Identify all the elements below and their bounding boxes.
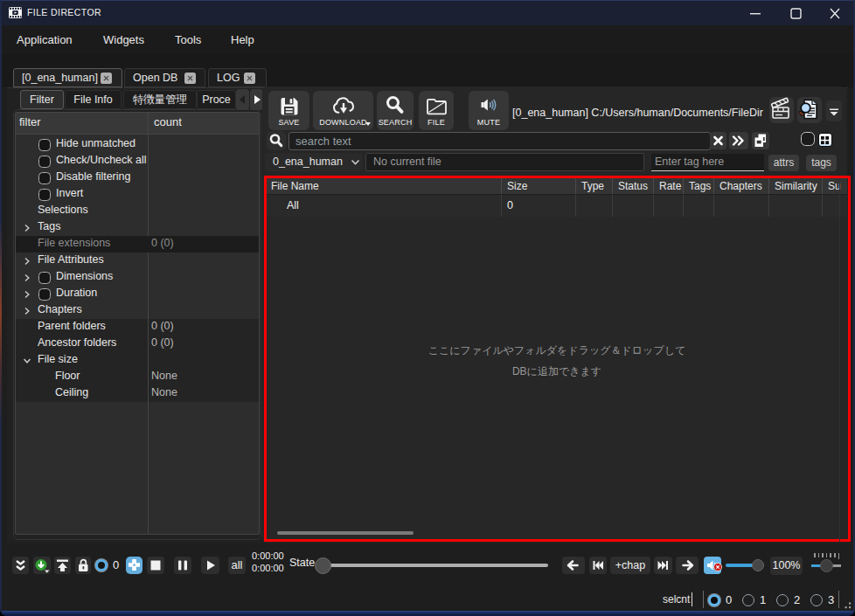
doc-tab-log[interactable]: LOG — [208, 68, 267, 87]
expanded-chevron-icon[interactable] — [23, 356, 31, 365]
tree-row-hide-unmatched[interactable]: Hide unmatched — [16, 136, 259, 153]
resize-grip[interactable] — [841, 599, 852, 610]
tree-row-duration[interactable]: Duration — [16, 286, 259, 302]
collapsed-chevron-icon[interactable] — [23, 307, 31, 315]
tags-button[interactable]: tags — [806, 155, 837, 171]
clapperboard-button[interactable] — [769, 97, 794, 123]
left-tab-filter[interactable]: Filter — [20, 90, 64, 109]
stop-button[interactable] — [147, 557, 164, 574]
column-header-similarity[interactable]: Similarity — [768, 178, 822, 194]
collapse-all-button[interactable] — [12, 557, 29, 574]
volume-slider-track[interactable] — [726, 564, 754, 567]
pause-button[interactable] — [174, 557, 191, 574]
tree-row-chapters[interactable]: Chapters — [16, 302, 259, 319]
loop-indicator-icon[interactable] — [95, 559, 108, 571]
prev-chapter-button[interactable] — [589, 557, 607, 574]
file-inspect-button[interactable] — [797, 97, 822, 123]
duplicate-window-button[interactable] — [752, 132, 769, 149]
tree-row-tags[interactable]: Tags — [16, 219, 259, 236]
collapsed-chevron-icon[interactable] — [23, 290, 31, 299]
selcnt-radio-0[interactable] — [708, 594, 720, 606]
left-tab-file-info[interactable]: File Info — [65, 90, 122, 109]
column-header-type[interactable]: Type — [575, 178, 612, 194]
prev-file-button[interactable] — [562, 557, 585, 574]
play-button[interactable] — [201, 557, 219, 574]
column-header-file-name[interactable]: File Name — [267, 178, 501, 194]
tab-close-icon[interactable] — [101, 73, 112, 84]
search-button[interactable]: SEARCH — [377, 91, 414, 130]
selcnt-radio-1[interactable] — [742, 594, 754, 606]
tree-row-file-size[interactable]: File size — [16, 352, 259, 369]
mute-button[interactable]: MUTE — [469, 91, 509, 130]
tree-row-check-uncheck-all[interactable]: Check/Uncheck all — [16, 153, 259, 170]
zoom-percent-button[interactable]: 100% — [770, 557, 803, 575]
close-button[interactable] — [816, 0, 854, 25]
volume-slider-handle[interactable] — [752, 559, 764, 571]
checkbox-invert[interactable] — [38, 189, 51, 201]
clear-search-button[interactable] — [710, 132, 726, 149]
menu-item-application[interactable]: Application — [17, 25, 73, 54]
download-queue-button[interactable] — [33, 557, 51, 574]
attrs-button[interactable]: attrs — [768, 155, 799, 171]
next-file-button[interactable] — [676, 557, 699, 574]
tab-scroll-right-button[interactable] — [250, 89, 263, 110]
column-header-rate[interactable]: Rate — [653, 178, 683, 194]
search-input[interactable]: search text — [288, 132, 711, 150]
menu-item-tools[interactable]: Tools — [175, 25, 201, 54]
search-option-checkbox[interactable] — [801, 132, 815, 146]
column-header-chapters[interactable]: Chapters — [713, 178, 768, 194]
checkbox-check-uncheck-all[interactable] — [38, 156, 51, 168]
add-chapter-button[interactable]: +chap — [610, 557, 650, 574]
state-slider-handle[interactable] — [315, 557, 331, 574]
file-button[interactable]: FILE — [419, 91, 454, 130]
collapsed-chevron-icon[interactable] — [23, 257, 31, 266]
checkbox-hide-unmatched[interactable] — [38, 139, 51, 151]
collapsed-chevron-icon[interactable] — [23, 224, 31, 232]
zoom-slider-handle[interactable] — [820, 559, 833, 572]
tree-row-file-extensions[interactable]: File extensions0 (0) — [16, 236, 259, 253]
tree-row-ancestor-folders[interactable]: Ancestor folders0 (0) — [16, 336, 259, 352]
left-tab-features[interactable]: 特徴量管理 — [123, 90, 197, 109]
zoom-slider-track[interactable] — [832, 564, 841, 567]
menu-item-help[interactable]: Help — [231, 25, 254, 54]
tree-row-parent-folders[interactable]: Parent folders0 (0) — [16, 319, 259, 336]
tree-row-floor[interactable]: FloorNone — [16, 369, 259, 385]
download-button[interactable]: DOWNLOAD — [313, 91, 373, 130]
next-chapter-button[interactable] — [654, 557, 672, 574]
eject-button[interactable] — [54, 557, 71, 574]
doc-tab-0enahuman[interactable]: [0_ena_human] — [13, 68, 122, 87]
grid-view-button[interactable] — [818, 133, 832, 147]
table-hscroll-thumb[interactable] — [277, 531, 414, 535]
tree-row-disable-filtering[interactable]: Disable filtering — [16, 170, 259, 186]
state-slider-track[interactable] — [325, 564, 548, 567]
menu-item-widgets[interactable]: Widgets — [103, 25, 144, 54]
tab-close-icon[interactable] — [184, 73, 196, 84]
tree-row-dimensions[interactable]: Dimensions — [16, 269, 259, 286]
tree-row-file-attributes[interactable]: File Attributes — [16, 253, 259, 269]
save-button[interactable]: SAVE — [268, 91, 309, 130]
tree-row-selections[interactable]: Selections — [16, 203, 259, 219]
maximize-button[interactable] — [776, 0, 815, 25]
tab-close-icon[interactable] — [244, 73, 255, 84]
doc-tab-opendb[interactable]: Open DB — [124, 68, 205, 87]
lock-button[interactable] — [75, 557, 91, 574]
selcnt-radio-2[interactable] — [776, 594, 789, 606]
current-file-field[interactable]: No current file — [365, 153, 644, 171]
column-header-size[interactable]: Size — [501, 178, 575, 194]
column-header-tags[interactable]: Tags — [683, 178, 713, 194]
checkbox-disable-filtering[interactable] — [38, 172, 51, 184]
expand-search-button[interactable] — [729, 132, 748, 149]
db-combobox[interactable]: 0_ena_human — [265, 153, 362, 171]
tab-scroll-left-button[interactable] — [236, 89, 249, 110]
table-row-all[interactable]: All0 — [267, 195, 847, 217]
checkbox-dimensions[interactable] — [38, 272, 51, 284]
collapsed-chevron-icon[interactable] — [23, 273, 31, 282]
toolbar-extension-button[interactable] — [826, 100, 842, 121]
column-header-su[interactable]: Su — [822, 178, 847, 194]
checkbox-duration[interactable] — [38, 288, 51, 301]
minimize-button[interactable] — [736, 0, 775, 25]
count-column-header[interactable]: count — [154, 115, 182, 128]
left-tab-proce[interactable]: Proce — [197, 90, 236, 109]
filter-column-header[interactable]: filter — [19, 115, 41, 128]
all-button[interactable]: all — [228, 557, 246, 574]
